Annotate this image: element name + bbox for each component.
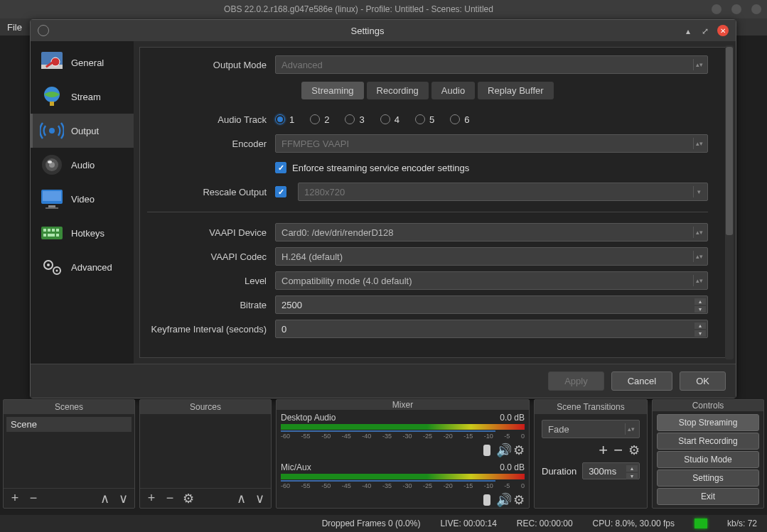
close-icon[interactable]: ✕ bbox=[717, 25, 729, 36]
volume-slider[interactable] bbox=[483, 494, 490, 506]
svg-rect-16 bbox=[43, 229, 46, 232]
audio-track-1[interactable]: 1 bbox=[275, 114, 294, 125]
obs-logo-icon bbox=[38, 25, 49, 36]
meter-ticks: -60-55-50-45-40-35-30-25-20-15-10-50 bbox=[281, 482, 525, 489]
scene-list-item[interactable]: Scene bbox=[6, 417, 132, 432]
stop-streaming-button[interactable]: Stop Streaming bbox=[657, 414, 759, 431]
spin-up-icon[interactable]: ▴ bbox=[694, 322, 706, 329]
spin-down-icon[interactable]: ▾ bbox=[626, 473, 638, 479]
transition-select[interactable]: Fade▴▾ bbox=[542, 420, 640, 438]
vaapi-codec-select[interactable]: H.264 (default)▴▾ bbox=[275, 247, 708, 266]
audio-track-label: Audio Track bbox=[147, 114, 275, 125]
rescale-select[interactable]: 1280x720 ▾ bbox=[298, 183, 708, 201]
spin-up-icon[interactable]: ▴ bbox=[626, 465, 638, 472]
radio-icon bbox=[345, 114, 355, 124]
sidebar-label: Hotkeys bbox=[71, 228, 104, 239]
output-tabs: Streaming Recording Audio Replay Buffer bbox=[147, 82, 708, 99]
sidebar-item-hotkeys[interactable]: Hotkeys bbox=[31, 216, 134, 250]
main-titlebar: OBS 22.0.2.r168.g047e586e (linux) - Prof… bbox=[0, 0, 767, 18]
audio-track-6[interactable]: 6 bbox=[450, 114, 469, 125]
move-up-icon[interactable]: ∧ bbox=[99, 491, 110, 506]
scrollbar-thumb[interactable] bbox=[726, 47, 733, 235]
exit-button[interactable]: Exit bbox=[657, 488, 759, 505]
audio-track-5[interactable]: 5 bbox=[415, 114, 434, 125]
apply-button[interactable]: Apply bbox=[548, 371, 604, 391]
chevron-updown-icon: ▴▾ bbox=[693, 138, 704, 149]
sidebar-item-video[interactable]: Video bbox=[31, 182, 134, 216]
move-up-icon[interactable]: ∧ bbox=[235, 491, 247, 506]
sidebar-item-output[interactable]: Output bbox=[31, 114, 134, 148]
status-live: LIVE: 00:00:14 bbox=[440, 519, 496, 528]
svg-point-26 bbox=[56, 270, 58, 272]
sidebar-item-advanced[interactable]: Advanced bbox=[31, 250, 134, 284]
audio-track-4[interactable]: 4 bbox=[380, 114, 399, 125]
audio-track-2[interactable]: 2 bbox=[310, 114, 329, 125]
keyframe-input[interactable]: 0▴▾ bbox=[275, 320, 708, 338]
vaapi-device-select[interactable]: Card0: /dev/dri/renderD128▴▾ bbox=[275, 223, 708, 241]
ok-button[interactable]: OK bbox=[680, 371, 726, 391]
enforce-label: Enforce streaming service encoder settin… bbox=[292, 163, 469, 173]
mixer-source-name: Mic/Aux bbox=[281, 462, 311, 472]
tab-replay-buffer[interactable]: Replay Buffer bbox=[478, 82, 554, 99]
bitrate-input[interactable]: 2500▴▾ bbox=[275, 295, 708, 314]
volume-slider[interactable] bbox=[483, 445, 490, 456]
remove-icon[interactable]: − bbox=[28, 491, 39, 506]
vaapi-device-label: VAAPI Device bbox=[147, 227, 275, 238]
mixer-source-name: Desktop Audio bbox=[281, 413, 336, 423]
svg-rect-19 bbox=[56, 229, 59, 232]
panel-title: Controls bbox=[653, 400, 763, 411]
audio-meter-line bbox=[281, 430, 495, 432]
studio-mode-button[interactable]: Studio Mode bbox=[657, 451, 759, 468]
tab-recording[interactable]: Recording bbox=[367, 82, 429, 99]
chevron-updown-icon: ▴▾ bbox=[693, 227, 704, 238]
audio-meter-line bbox=[281, 480, 495, 482]
chevron-updown-icon: ▴▾ bbox=[693, 275, 704, 286]
remove-transition-icon[interactable]: − bbox=[613, 441, 623, 460]
audio-track-3[interactable]: 3 bbox=[345, 114, 364, 125]
add-transition-icon[interactable]: + bbox=[599, 441, 608, 460]
add-icon[interactable]: + bbox=[9, 491, 21, 506]
spin-up-icon[interactable]: ▴ bbox=[694, 298, 706, 305]
speaker-icon[interactable]: 🔊 bbox=[496, 443, 508, 458]
speaker-icon[interactable]: 🔊 bbox=[496, 492, 508, 508]
output-mode-select[interactable]: Advanced ▴▾ bbox=[275, 55, 708, 74]
spin-down-icon[interactable]: ▾ bbox=[694, 330, 706, 337]
svg-rect-5 bbox=[50, 102, 54, 106]
maximize-icon[interactable] bbox=[731, 4, 741, 14]
status-dropped-frames: Dropped Frames 0 (0.0%) bbox=[322, 519, 421, 528]
move-down-icon[interactable]: ∨ bbox=[117, 491, 129, 506]
status-kbps: kb/s: 72 bbox=[727, 519, 757, 528]
remove-icon[interactable]: − bbox=[164, 491, 176, 506]
gear-icon[interactable]: ⚙ bbox=[183, 491, 194, 506]
broadcast-icon bbox=[40, 119, 64, 143]
radio-icon bbox=[380, 114, 390, 124]
sidebar-item-general[interactable]: General bbox=[31, 45, 134, 80]
gear-icon[interactable]: ⚙ bbox=[513, 492, 525, 508]
add-icon[interactable]: + bbox=[146, 491, 157, 506]
level-label: Level bbox=[147, 276, 275, 286]
spin-down-icon[interactable]: ▾ bbox=[694, 306, 706, 313]
rescale-checkbox[interactable]: ✓ bbox=[275, 186, 286, 197]
mixer-desktop-audio: Desktop Audio0.0 dB -60-55-50-45-40-35-3… bbox=[281, 413, 525, 458]
sidebar-label: Advanced bbox=[71, 262, 112, 273]
move-down-icon[interactable]: ∨ bbox=[254, 491, 265, 506]
menu-file[interactable]: File bbox=[7, 22, 22, 33]
close-icon[interactable] bbox=[751, 4, 761, 14]
settings-button[interactable]: Settings bbox=[657, 469, 759, 487]
enforce-checkbox[interactable]: ✓ bbox=[275, 162, 286, 173]
tab-audio[interactable]: Audio bbox=[431, 82, 475, 99]
gear-icon[interactable]: ⚙ bbox=[513, 443, 525, 458]
cancel-button[interactable]: Cancel bbox=[611, 371, 672, 391]
gear-icon[interactable]: ⚙ bbox=[628, 443, 640, 458]
tab-streaming[interactable]: Streaming bbox=[301, 82, 363, 99]
rollup-icon[interactable]: ▴ bbox=[686, 26, 694, 35]
minimize-icon[interactable] bbox=[712, 4, 722, 14]
maximize-icon[interactable]: ⤢ bbox=[702, 26, 710, 35]
level-select[interactable]: Compatibility mode (4.0 default)▴▾ bbox=[275, 271, 708, 290]
sidebar-item-stream[interactable]: Stream bbox=[31, 80, 134, 114]
duration-input[interactable]: 300ms▴▾ bbox=[582, 462, 640, 479]
sidebar-item-audio[interactable]: Audio bbox=[31, 148, 134, 182]
scrollbar[interactable] bbox=[725, 45, 734, 359]
start-recording-button[interactable]: Start Recording bbox=[657, 433, 759, 450]
encoder-select[interactable]: FFMPEG VAAPI ▴▾ bbox=[275, 134, 708, 153]
